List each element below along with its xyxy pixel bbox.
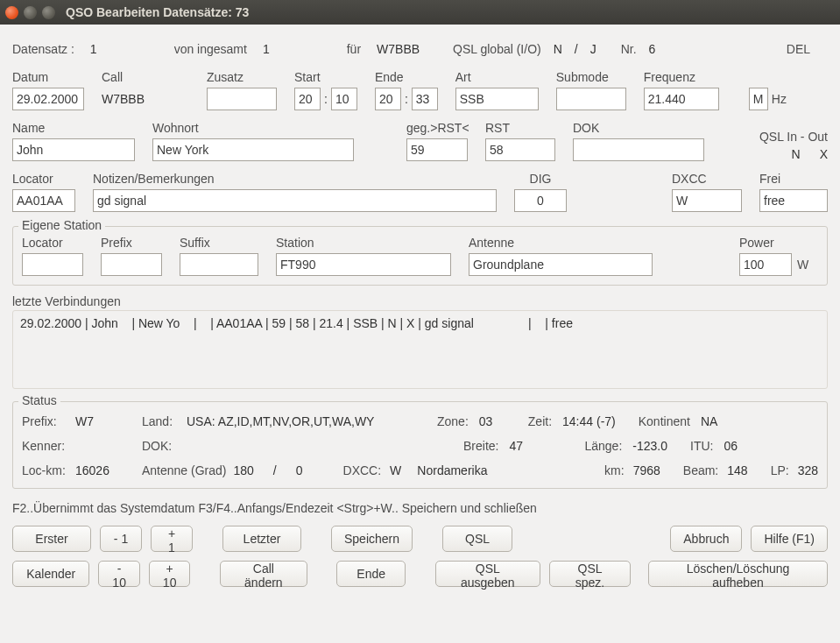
status-dxcc-v1: W (390, 463, 401, 477)
end-hour-input[interactable] (375, 88, 401, 110)
status-group: Status Prefix: W7 Land: USA: AZ,ID,MT,NV… (12, 401, 828, 489)
prev-10-button[interactable]: - 10 (98, 561, 140, 587)
name-label: Name (12, 121, 135, 135)
help-button[interactable]: Hilfe (F1) (751, 526, 828, 552)
status-prefix-value: W7 (75, 414, 137, 428)
last-connections-label: letzte Verbindungen (12, 294, 121, 308)
record-number-value: 1 (90, 42, 97, 56)
date-input[interactable] (12, 88, 84, 110)
maximize-icon[interactable] (42, 6, 55, 19)
end-label: Ende (375, 70, 438, 84)
button-row-1: Erster - 1 + 1 Letzter Speichern QSL Abb… (12, 526, 828, 552)
status-continent-value: NA (701, 414, 717, 428)
own-locator-label: Locator (22, 236, 83, 250)
status-lockm-value: 16026 (75, 463, 137, 477)
del-label: DEL (787, 42, 810, 56)
client-area: Datensatz : 1 von ingesamt 1 für W7BBB Q… (0, 25, 840, 643)
calendar-button[interactable]: Kalender (12, 561, 89, 587)
status-itu-value: 06 (724, 439, 738, 453)
own-suffix-label: Suffix (180, 236, 258, 250)
status-time-value: 14:44 (-7) (562, 414, 616, 428)
antenna-input[interactable] (469, 253, 653, 276)
record-total-label: von ingesamt (174, 42, 247, 56)
qsl-special-button[interactable]: QSL spez. (549, 561, 631, 587)
qsl-in-value: N (792, 147, 801, 161)
close-icon[interactable] (5, 6, 18, 19)
mode-label: Art (455, 70, 539, 84)
delete-undelete-button[interactable]: Löschen/Löschung aufheben (648, 561, 828, 587)
next-10-button[interactable]: + 10 (149, 561, 191, 587)
status-itu-label: ITU: (690, 439, 713, 453)
call-value: W7BBB (102, 88, 189, 110)
freq-input[interactable] (644, 88, 719, 110)
status-beam-value: 148 (727, 463, 747, 477)
next-1-button[interactable]: + 1 (151, 526, 193, 552)
city-input[interactable] (152, 138, 354, 161)
own-suffix-input[interactable] (180, 253, 258, 276)
app-window: QSO Bearbeiten Datensätze: 73 Datensatz … (0, 0, 840, 643)
record-total-value: 1 (263, 42, 270, 56)
status-land-value: USA: AZ,ID,MT,NV,OR,UT,WA,WY (187, 414, 432, 428)
status-time-label: Zeit: (528, 414, 552, 428)
notes-label: Notizen/Bemerkungen (93, 172, 497, 186)
own-prefix-label: Prefix (101, 236, 162, 250)
status-zone-value: 03 (479, 414, 505, 428)
status-antdeg-sep: / (273, 463, 277, 477)
start-min-input[interactable] (331, 88, 357, 110)
status-antdeg-label: Antenne (Grad) (142, 463, 227, 477)
rst-label: RST (485, 121, 555, 135)
free-label: Frei (759, 172, 828, 186)
time-sep: : (321, 92, 331, 106)
last-button[interactable]: Letzter (222, 526, 301, 552)
power-input[interactable] (739, 253, 792, 276)
end-min-input[interactable] (412, 88, 438, 110)
save-button[interactable]: Speichern (331, 526, 413, 552)
qsl-button[interactable]: QSL (442, 526, 512, 552)
for-label: für (347, 42, 361, 56)
submode-input[interactable] (556, 88, 626, 110)
free-input[interactable] (759, 189, 828, 212)
status-lon-label: Länge: (584, 439, 622, 453)
dok-label: DOK (573, 121, 704, 135)
first-button[interactable]: Erster (12, 526, 91, 552)
own-locator-input[interactable] (22, 253, 83, 276)
last-connection-row: 29.02.2000 | John | New Yo | | AA01AA | … (20, 316, 573, 330)
status-dok-label: DOK: (142, 439, 181, 453)
mode-input[interactable] (455, 88, 539, 110)
dig-input[interactable] (514, 189, 567, 212)
qsl-global-label: QSL global (I/O) (453, 42, 541, 56)
name-input[interactable] (12, 138, 135, 161)
city-label: Wohnort (152, 121, 354, 135)
qsl-output-button[interactable]: QSL ausgeben (435, 561, 540, 587)
cancel-button[interactable]: Abbruch (670, 526, 742, 552)
zusatz-input[interactable] (207, 88, 277, 110)
status-lockm-label: Loc-km: (22, 463, 70, 477)
rst-given-label: geg.>RST< (406, 121, 468, 135)
start-hour-input[interactable] (294, 88, 321, 110)
notes-input[interactable] (93, 189, 497, 212)
rst-given-input[interactable] (406, 138, 468, 161)
status-km-value: 7968 (633, 463, 660, 477)
minimize-icon[interactable] (24, 6, 37, 19)
dok-input[interactable] (573, 138, 704, 161)
station-input[interactable] (276, 253, 451, 276)
locator-input[interactable] (12, 189, 75, 212)
time-sep2: : (401, 92, 412, 106)
record-number-label: Datensatz : (12, 42, 74, 56)
status-prefix-label: Prefix: (22, 414, 70, 428)
own-prefix-input[interactable] (101, 253, 162, 276)
rst-input[interactable] (485, 138, 555, 161)
change-call-button[interactable]: Call ändern (220, 561, 307, 587)
record-header: Datensatz : 1 von ingesamt 1 für W7BBB Q… (12, 42, 828, 56)
status-lp-value: 328 (798, 463, 818, 477)
dxcc-input[interactable] (672, 189, 742, 212)
end-button[interactable]: Ende (336, 561, 406, 587)
start-label: Start (294, 70, 357, 84)
freq-unit-input[interactable] (749, 88, 768, 110)
qsl-global-in: N (554, 42, 562, 56)
antenna-label: Antenne (469, 236, 653, 250)
nr-label: Nr. (621, 42, 637, 56)
prev-1-button[interactable]: - 1 (100, 526, 142, 552)
date-label: Datum (12, 70, 84, 84)
station-label: Station (276, 236, 451, 250)
